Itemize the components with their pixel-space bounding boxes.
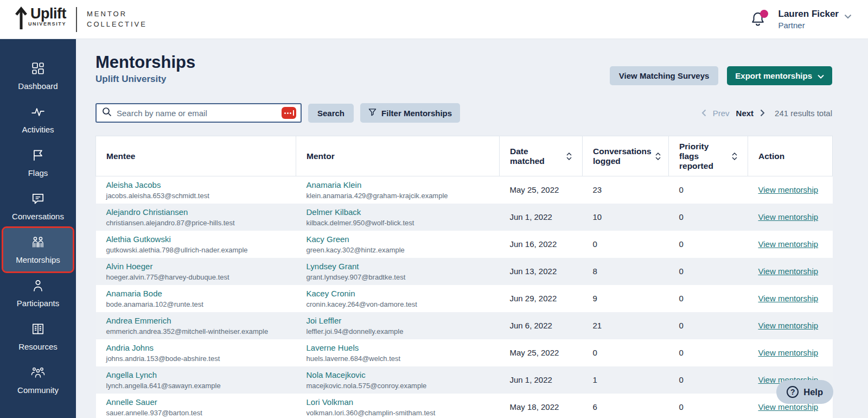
- priority-flags-value: 0: [679, 321, 684, 330]
- mentor-cell: Kacey Cronin cronin.kacey.264@von-damore…: [296, 285, 500, 312]
- mentor-name-link[interactable]: Delmer Kilback: [307, 207, 489, 218]
- help-button[interactable]: Help: [776, 380, 833, 404]
- date-matched-value: Jun 1, 2022: [510, 375, 552, 384]
- priority-flags-value: 0: [679, 375, 684, 384]
- priority-flags-cell: 0: [669, 312, 748, 339]
- column-label: Date matched: [510, 147, 563, 166]
- mentee-name-link[interactable]: Andria Johns: [106, 343, 286, 353]
- column-label: Priority flags reported: [679, 142, 728, 171]
- autofill-extension-icon[interactable]: [282, 107, 296, 119]
- mentee-cell: Annelle Sauer sauer.annelle.937@barton.t…: [96, 394, 296, 418]
- sidebar-item-activities[interactable]: Activities: [0, 98, 76, 141]
- column-header-date-matched[interactable]: Date matched: [500, 136, 583, 176]
- mentee-email: bode.anamaria.102@runte.test: [106, 300, 286, 309]
- sidebar-item-flags[interactable]: Flags: [0, 141, 76, 185]
- search-input[interactable]: [117, 109, 277, 118]
- sidebar-item-participants[interactable]: Participants: [0, 271, 76, 315]
- mentor-email: cronin.kacey.264@von-damore.test: [307, 300, 489, 309]
- mentor-email: huels.laverne.684@welch.test: [307, 354, 489, 364]
- mentee-name-link[interactable]: Alejandro Christiansen: [106, 207, 286, 218]
- mentee-name-link[interactable]: Annelle Sauer: [106, 397, 286, 408]
- table-row: Annelle Sauer sauer.annelle.937@barton.t…: [96, 394, 833, 418]
- date-matched-cell: Jun 16, 2022: [500, 231, 583, 258]
- date-matched-cell: Jun 13, 2022: [500, 258, 583, 285]
- mentor-name-link[interactable]: Kacy Green: [307, 234, 489, 245]
- conversations-value: 21: [593, 321, 602, 330]
- sidebar-item-dashboard[interactable]: Dashboard: [0, 54, 76, 98]
- view-mentorship-link[interactable]: View mentorship: [758, 212, 819, 221]
- date-matched-value: May 25, 2022: [510, 348, 559, 357]
- conversations-cell: 0: [583, 339, 669, 366]
- prev-page-button[interactable]: Prev: [713, 109, 730, 118]
- chevron-right-icon[interactable]: [760, 109, 765, 117]
- resources-book-icon: [31, 322, 45, 338]
- mentor-cell: Lyndsey Grant grant.lyndsey.907@bradtke.…: [296, 258, 500, 285]
- notifications-bell-icon[interactable]: [750, 11, 767, 28]
- dashboard-icon: [31, 61, 45, 78]
- column-header-priority-flags-reported[interactable]: Priority flags reported: [669, 136, 748, 176]
- mentor-name-link[interactable]: Anamaria Klein: [307, 180, 489, 191]
- view-matching-surveys-button[interactable]: View Matching Surveys: [610, 66, 718, 85]
- chevron-left-icon[interactable]: [701, 109, 706, 117]
- user-role: Partner: [778, 20, 839, 31]
- conversations-cell: 8: [583, 258, 669, 285]
- logo-divider: [76, 7, 77, 32]
- mentor-name-link[interactable]: Lyndsey Grant: [307, 261, 489, 272]
- mentor-name-link[interactable]: Joi Leffler: [307, 315, 489, 326]
- sidebar-item-mentorships[interactable]: Mentorships: [3, 228, 73, 271]
- mentee-email: jacobs.aleisha.653@schmidt.test: [106, 191, 286, 201]
- view-mentorship-link[interactable]: View mentorship: [758, 348, 819, 357]
- sidebar: Dashboard Activities Flags Conversations…: [0, 39, 76, 418]
- mentee-email: lynch.angella.641@sawayn.example: [106, 381, 286, 391]
- sidebar-item-resources[interactable]: Resources: [0, 315, 76, 358]
- conversations-cell: 0: [583, 231, 669, 258]
- priority-flags-value: 0: [679, 294, 684, 303]
- search-box: [95, 103, 302, 123]
- search-button[interactable]: Search: [308, 104, 354, 123]
- mentorships-table: MenteeMentorDate matchedConversations lo…: [95, 136, 833, 418]
- sidebar-item-community[interactable]: Community: [0, 358, 76, 402]
- filter-mentorships-button[interactable]: Filter Mentorships: [360, 103, 460, 123]
- main-content: Mentorships Uplift University View Match…: [76, 39, 868, 418]
- mentee-name-link[interactable]: Andrea Emmerich: [106, 315, 286, 326]
- next-page-button[interactable]: Next: [736, 109, 754, 118]
- mentee-cell: Andria Johns johns.andria.153@bode-abshi…: [96, 339, 296, 366]
- mentor-name-link[interactable]: Lori Volkman: [307, 397, 489, 408]
- column-header-conversations-logged[interactable]: Conversations logged: [583, 136, 669, 176]
- date-matched-value: May 18, 2022: [510, 402, 559, 411]
- conversations-cell: 21: [583, 312, 669, 339]
- mentor-name-link[interactable]: Kacey Cronin: [307, 288, 489, 299]
- mentee-name-link[interactable]: Anamaria Bode: [106, 288, 286, 299]
- flag-icon: [31, 148, 45, 164]
- table-row: Alvin Hoeger hoeger.alvin.775@harvey-dub…: [96, 258, 833, 285]
- mentor-name-link[interactable]: Nola Macejkovic: [307, 370, 489, 381]
- mentee-name-link[interactable]: Angella Lynch: [106, 370, 286, 381]
- mentee-cell: Alethia Gutkowski gutkowski.alethia.798@…: [96, 231, 296, 258]
- mentor-cell: Laverne Huels huels.laverne.684@welch.te…: [296, 339, 500, 366]
- sort-icon[interactable]: [566, 153, 572, 160]
- priority-flags-cell: 0: [669, 394, 748, 418]
- mentee-name-link[interactable]: Alvin Hoeger: [106, 261, 286, 272]
- view-mentorship-link[interactable]: View mentorship: [758, 267, 819, 276]
- view-mentorship-link[interactable]: View mentorship: [758, 185, 819, 194]
- column-label: Conversations logged: [593, 147, 652, 166]
- priority-flags-cell: 0: [669, 204, 748, 231]
- view-mentorship-link[interactable]: View mentorship: [758, 294, 819, 303]
- chevron-down-icon: [844, 11, 852, 21]
- mentee-name-link[interactable]: Aleisha Jacobs: [106, 180, 286, 191]
- sort-icon[interactable]: [732, 153, 737, 160]
- sort-icon[interactable]: [655, 153, 661, 160]
- top-bar: Uplift UNIVERSITY MENTOR COLLECTIVE Laur…: [0, 0, 868, 39]
- action-cell: View mentorship: [748, 258, 833, 285]
- activity-pulse-icon: [31, 105, 45, 121]
- user-menu[interactable]: Lauren Ficker Partner: [778, 8, 852, 31]
- export-mentorships-button[interactable]: Export mentorships: [727, 66, 832, 85]
- mentor-name-link[interactable]: Laverne Huels: [307, 343, 489, 353]
- date-matched-value: May 25, 2022: [510, 185, 559, 194]
- mentee-name-link[interactable]: Alethia Gutkowski: [106, 234, 286, 245]
- view-mentorship-link[interactable]: View mentorship: [758, 321, 819, 330]
- conversations-cell: 1: [583, 366, 669, 394]
- priority-flags-cell: 0: [669, 176, 748, 204]
- sidebar-item-conversations[interactable]: Conversations: [0, 185, 76, 228]
- view-mentorship-link[interactable]: View mentorship: [758, 239, 819, 249]
